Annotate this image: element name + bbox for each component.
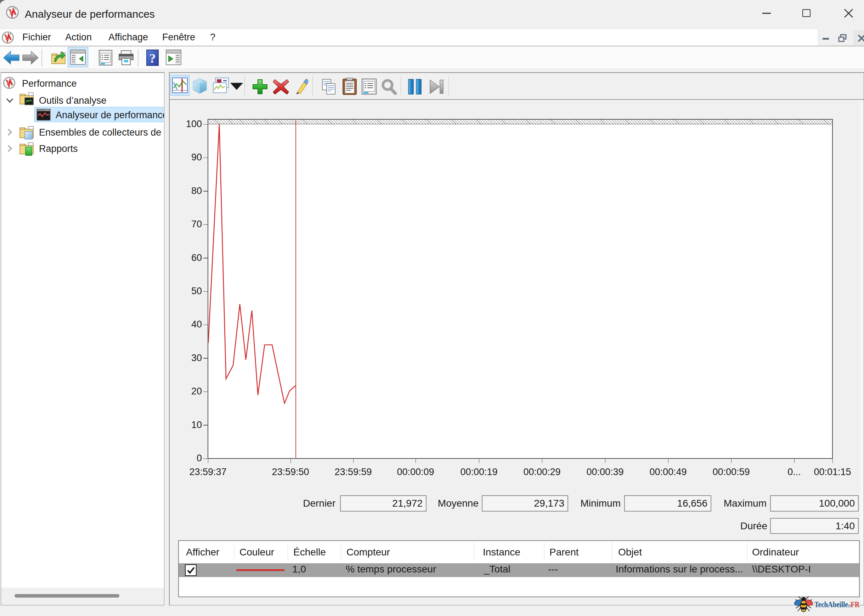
svg-text:?: ? bbox=[150, 51, 156, 66]
